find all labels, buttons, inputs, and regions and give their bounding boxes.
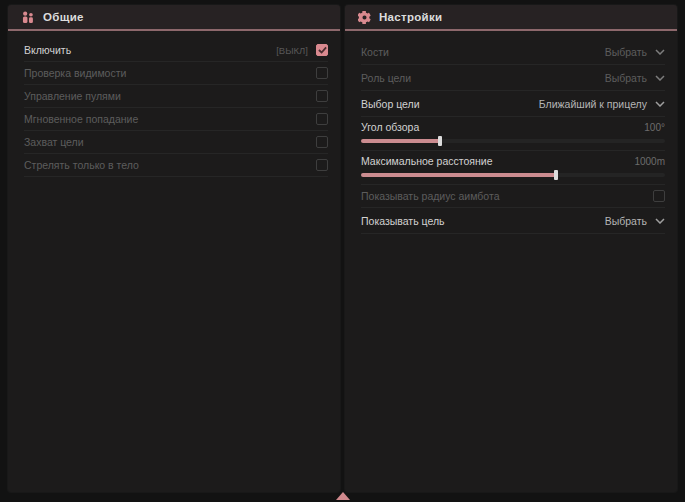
check-icon: [318, 46, 327, 54]
row-target-role-select-value[interactable]: Выбрать: [605, 72, 647, 84]
row-body-only-label: Стрелять только в тело: [24, 159, 139, 171]
row-instant-hit-checkbox[interactable]: [316, 113, 328, 125]
row-bones-label: Кости: [361, 46, 389, 58]
panel-settings-rows: Кости Выбрать Роль цели Выбрать Выбор це…: [345, 31, 677, 234]
chevron-down-icon[interactable]: [655, 101, 665, 107]
chevron-down-icon[interactable]: [655, 218, 665, 224]
panel-settings: Настройки Кости Выбрать Роль цели Выбрат…: [345, 5, 677, 492]
panel-general-header: Общие: [8, 5, 340, 31]
row-target-lock[interactable]: Захват цели: [24, 131, 328, 154]
row-show-aimbot-radius-label: Показывать радиус аимбота: [361, 190, 500, 202]
fov-slider-handle[interactable]: [438, 136, 442, 146]
fov-slider-fill: [361, 139, 440, 143]
chevron-down-icon[interactable]: [655, 49, 665, 55]
row-bones-select-value[interactable]: Выбрать: [605, 46, 647, 58]
row-enable-checkbox[interactable]: [316, 44, 328, 56]
panel-settings-title: Настройки: [379, 11, 442, 23]
scroll-up-indicator[interactable]: [336, 492, 350, 500]
row-target-role[interactable]: Роль цели Выбрать: [361, 65, 665, 91]
row-enable[interactable]: Включить [ВЫКЛ]: [24, 39, 328, 62]
row-max-distance-label: Максимальное расстояние: [361, 155, 492, 167]
row-target-role-label: Роль цели: [361, 72, 411, 84]
row-body-only[interactable]: Стрелять только в тело: [24, 154, 328, 177]
row-enable-label: Включить: [24, 44, 71, 56]
row-target-selection-label: Выбор цели: [361, 98, 420, 110]
panel-general-rows: Включить [ВЫКЛ] Проверка видимости Управ…: [8, 31, 340, 177]
row-show-target-select-value[interactable]: Выбрать: [605, 215, 647, 227]
fov-slider[interactable]: [361, 139, 665, 143]
panel-settings-header: Настройки: [345, 5, 677, 31]
users-icon: [21, 11, 35, 24]
row-body-only-checkbox[interactable]: [316, 159, 328, 171]
max-distance-slider-handle[interactable]: [554, 170, 558, 180]
row-target-lock-label: Захват цели: [24, 136, 84, 148]
row-bones[interactable]: Кости Выбрать: [361, 39, 665, 65]
row-max-distance: Максимальное расстояние 1000m: [361, 151, 665, 185]
panel-general: Общие Включить [ВЫКЛ] Проверка видимости…: [8, 5, 340, 492]
panel-general-title: Общие: [43, 11, 84, 23]
chevron-down-icon[interactable]: [655, 75, 665, 81]
max-distance-slider-fill: [361, 173, 556, 177]
row-instant-hit-label: Мгновенное попадание: [24, 113, 138, 125]
row-visibility-check[interactable]: Проверка видимости: [24, 62, 328, 85]
row-show-target[interactable]: Показывать цель Выбрать: [361, 208, 665, 234]
row-target-selection-select-value[interactable]: Ближайший к прицелу: [539, 98, 647, 110]
row-visibility-check-label: Проверка видимости: [24, 67, 126, 79]
row-instant-hit[interactable]: Мгновенное попадание: [24, 108, 328, 131]
row-fov-label: Угол обзора: [361, 121, 419, 133]
row-max-distance-value: 1000m: [634, 156, 665, 167]
row-show-target-label: Показывать цель: [361, 215, 445, 227]
row-bullet-control-checkbox[interactable]: [316, 90, 328, 102]
max-distance-slider[interactable]: [361, 173, 665, 177]
row-visibility-check-checkbox[interactable]: [316, 67, 328, 79]
row-bullet-control[interactable]: Управление пулями: [24, 85, 328, 108]
row-enable-hotkey: [ВЫКЛ]: [276, 45, 308, 56]
row-target-selection[interactable]: Выбор цели Ближайший к прицелу: [361, 91, 665, 117]
row-fov: Угол обзора 100°: [361, 117, 665, 151]
row-target-lock-checkbox[interactable]: [316, 136, 328, 148]
row-show-aimbot-radius-checkbox[interactable]: [653, 190, 665, 202]
row-bullet-control-label: Управление пулями: [24, 90, 121, 102]
gear-icon: [358, 11, 371, 24]
row-show-aimbot-radius[interactable]: Показывать радиус аимбота: [361, 185, 665, 208]
row-fov-value: 100°: [644, 122, 665, 133]
